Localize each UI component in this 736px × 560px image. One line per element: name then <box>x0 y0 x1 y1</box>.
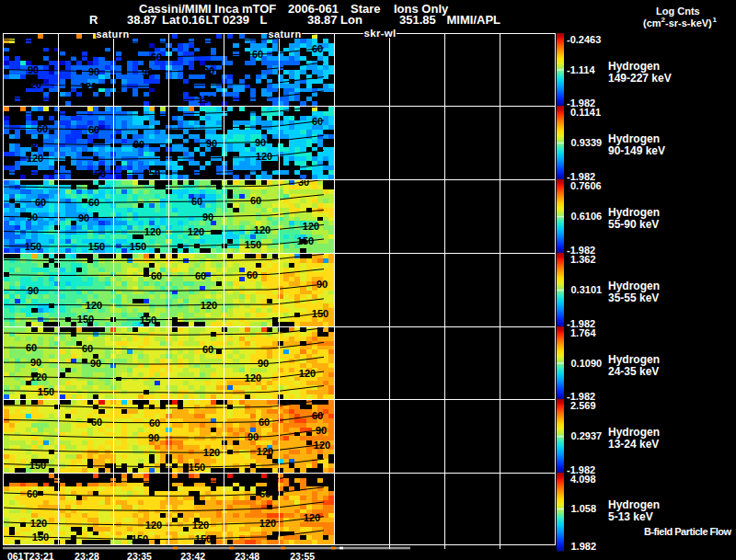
svg-text:60: 60 <box>312 43 323 54</box>
svg-text:120: 120 <box>192 520 209 531</box>
svg-text:120: 120 <box>259 518 276 529</box>
svg-text:120: 120 <box>86 300 102 311</box>
svg-text:60: 60 <box>91 417 102 428</box>
svg-text:90: 90 <box>258 358 269 369</box>
svg-text:120: 120 <box>245 372 261 383</box>
svg-text:90: 90 <box>206 138 217 149</box>
svg-text:60: 60 <box>151 270 162 281</box>
svg-text:90: 90 <box>28 64 39 75</box>
svg-text:60: 60 <box>252 49 263 60</box>
svg-text:60: 60 <box>149 417 160 429</box>
svg-text:120: 120 <box>314 440 330 451</box>
svg-text:120: 120 <box>25 79 41 90</box>
svg-text:90: 90 <box>142 66 153 77</box>
svg-text:90: 90 <box>202 211 213 223</box>
svg-text:90: 90 <box>316 279 328 290</box>
svg-text:90: 90 <box>148 432 159 443</box>
svg-text:150: 150 <box>189 462 205 473</box>
svg-text:150: 150 <box>38 386 54 397</box>
svg-text:150: 150 <box>25 93 41 104</box>
svg-text:120: 120 <box>80 81 97 92</box>
svg-text:150: 150 <box>312 308 328 319</box>
svg-text:60: 60 <box>202 344 213 355</box>
svg-text:150: 150 <box>130 241 146 252</box>
svg-text:120: 120 <box>203 447 220 458</box>
svg-text:60: 60 <box>26 342 37 353</box>
svg-text:90: 90 <box>90 358 101 369</box>
svg-text:90: 90 <box>26 138 37 149</box>
svg-text:150: 150 <box>195 533 212 544</box>
svg-text:120: 120 <box>303 221 319 232</box>
svg-text:120: 120 <box>144 226 161 237</box>
svg-text:60: 60 <box>191 196 202 207</box>
svg-text:60: 60 <box>250 195 261 206</box>
svg-text:90: 90 <box>78 212 89 223</box>
svg-text:150: 150 <box>89 168 106 179</box>
svg-text:150: 150 <box>245 239 261 250</box>
svg-text:120: 120 <box>254 224 270 235</box>
svg-text:150: 150 <box>25 241 41 252</box>
svg-text:120: 120 <box>30 518 47 529</box>
svg-text:90: 90 <box>247 431 259 442</box>
svg-text:60: 60 <box>27 488 38 499</box>
svg-text:120: 120 <box>256 151 272 162</box>
svg-text:150: 150 <box>132 533 148 544</box>
svg-text:60: 60 <box>312 410 323 421</box>
svg-text:120: 120 <box>257 446 273 457</box>
svg-text:120: 120 <box>27 153 43 164</box>
svg-text:150: 150 <box>198 94 214 105</box>
svg-text:120: 120 <box>145 520 162 531</box>
svg-text:60: 60 <box>35 197 46 208</box>
svg-text:60: 60 <box>37 123 48 134</box>
svg-text:150: 150 <box>88 241 105 252</box>
svg-text:150: 150 <box>144 167 160 178</box>
svg-text:90: 90 <box>203 65 214 76</box>
svg-text:30: 30 <box>298 177 309 188</box>
svg-text:150: 150 <box>140 314 156 326</box>
svg-text:90: 90 <box>133 139 144 150</box>
svg-text:90: 90 <box>88 66 99 77</box>
svg-text:150: 150 <box>32 531 49 543</box>
svg-text:60: 60 <box>82 343 93 354</box>
svg-text:120: 120 <box>299 368 316 379</box>
svg-text:60: 60 <box>259 488 270 499</box>
svg-text:60: 60 <box>247 269 258 280</box>
svg-text:150: 150 <box>29 460 46 471</box>
svg-text:60: 60 <box>195 270 206 281</box>
svg-text:60: 60 <box>259 417 270 428</box>
svg-text:150: 150 <box>77 314 94 325</box>
svg-text:60: 60 <box>88 124 99 135</box>
svg-text:120: 120 <box>188 226 204 237</box>
svg-text:90: 90 <box>28 285 39 296</box>
svg-text:90: 90 <box>255 137 266 148</box>
svg-text:120: 120 <box>304 512 320 523</box>
svg-text:90: 90 <box>30 357 41 368</box>
svg-text:60: 60 <box>88 197 99 208</box>
svg-text:90: 90 <box>27 211 38 223</box>
svg-text:60: 60 <box>151 51 162 63</box>
svg-text:90: 90 <box>316 425 327 436</box>
svg-text:60: 60 <box>312 116 323 127</box>
svg-text:120: 120 <box>201 300 217 311</box>
svg-text:150: 150 <box>297 235 314 246</box>
svg-text:120: 120 <box>30 371 47 383</box>
